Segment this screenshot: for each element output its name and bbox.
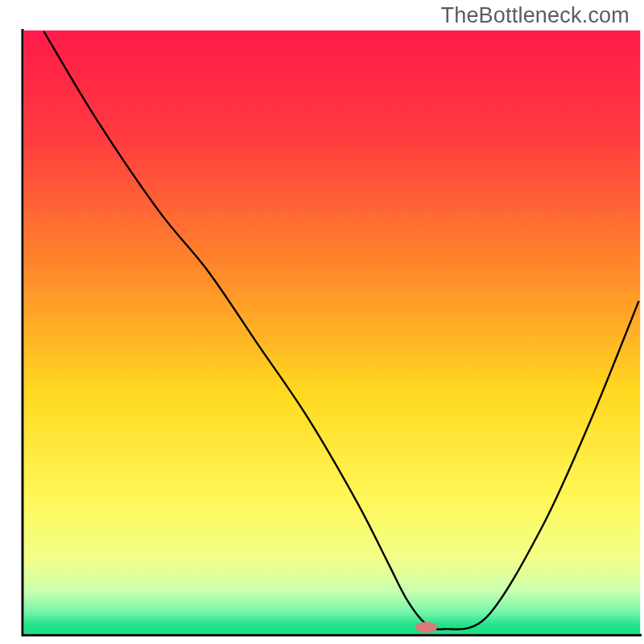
optimal-marker: [415, 621, 438, 633]
chart-container: TheBottleneck.com: [0, 0, 644, 644]
watermark-text: TheBottleneck.com: [440, 3, 630, 28]
bottleneck-chart: [0, 0, 644, 644]
gradient-background: [24, 31, 641, 634]
